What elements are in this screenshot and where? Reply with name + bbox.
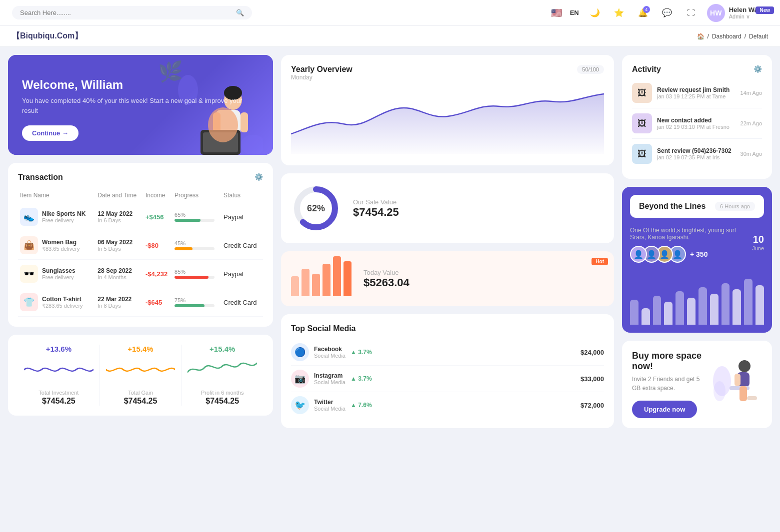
item-status: Paypal <box>222 260 263 288</box>
activity-time: 22m Ago <box>740 120 762 126</box>
progress-label: 65% <box>174 212 220 218</box>
today-bar <box>333 256 341 296</box>
expand-icon[interactable]: ⛶ <box>683 5 699 21</box>
transaction-title: Transaction <box>18 173 63 182</box>
beyond-desc: One Of the world,s brightest, young surf… <box>630 227 752 241</box>
item-name: Cotton T-shirt <box>42 296 83 303</box>
col-income: Income <box>144 188 172 203</box>
social-value: $72,000 <box>580 402 604 409</box>
plus-members: + 350 <box>690 250 708 258</box>
transaction-settings-icon[interactable]: ⚙️ <box>254 173 263 181</box>
favorite-icon[interactable]: ⭐ <box>611 5 627 21</box>
beyond-bar <box>630 300 638 325</box>
beyond-bar <box>756 285 764 325</box>
dark-mode-toggle[interactable]: 🌙 <box>587 5 603 21</box>
item-date: 06 May 2022 <box>98 239 142 246</box>
item-income: -$80 <box>144 231 172 260</box>
item-icon: 👕 <box>20 293 38 311</box>
svg-rect-15 <box>734 374 740 386</box>
progress-fill <box>174 276 208 279</box>
today-label: Today Value <box>364 269 604 276</box>
item-name: Sunglasses <box>42 267 76 274</box>
continue-button[interactable]: Continue → <box>22 125 78 141</box>
svg-point-20 <box>714 381 726 401</box>
search-input[interactable] <box>20 9 232 16</box>
col-item-name: Item Name <box>18 188 96 203</box>
progress-label: 75% <box>174 297 220 303</box>
social-item: 📷 Instagram Social Media ▲ 3.7% $33,000 <box>291 366 604 392</box>
item-income: +$456 <box>144 203 172 231</box>
social-icon: 🔵 <box>291 343 309 361</box>
activity-item: 🖼 New contact added jan 02 19 03:10 PM a… <box>632 108 762 139</box>
buy-space-desc: Invite 2 Friends and get 5 GB extra spac… <box>632 375 704 393</box>
beyond-date: 10 June <box>752 234 764 251</box>
col-date: Date and Time <box>96 188 144 203</box>
activity-text: New contact added jan 02 19 03:10 PM at … <box>657 117 736 130</box>
item-date: 28 Sep 2022 <box>98 267 142 274</box>
welcome-card: Welcome, William You have completed 40% … <box>8 55 273 155</box>
activity-avatar: 🖼 <box>632 113 652 133</box>
beyond-bar <box>744 279 752 325</box>
stat-item-0: +13.6% Total Investment $7454.25 <box>18 345 100 406</box>
activity-title: Activity <box>632 65 661 74</box>
activity-settings-icon[interactable]: ⚙️ <box>754 65 762 73</box>
middle-column: Yearly Overview Monday 50/100 <box>281 55 614 428</box>
home-icon[interactable]: 🏠 <box>697 33 704 40</box>
activity-list: 🖼 Review request jim Smith jan 03 19 12:… <box>632 78 762 169</box>
social-value: $33,000 <box>580 375 604 383</box>
progress-bar <box>174 247 214 250</box>
activity-avatar: 🖼 <box>632 83 652 103</box>
progress-bar <box>174 304 214 307</box>
progress-label: 45% <box>174 240 220 246</box>
yearly-progress: 50/100 <box>577 65 604 74</box>
item-status: Credit Card <box>222 231 263 260</box>
item-income: -$645 <box>144 288 172 317</box>
progress-fill <box>174 304 204 307</box>
lang-label[interactable]: EN <box>570 9 579 16</box>
activity-card: Activity ⚙️ 🖼 Review request jim Smith j… <box>622 55 772 179</box>
beyond-bar <box>687 298 696 325</box>
breadcrumb-bar: 【Biqubiqu.Com】 🏠 / Dashboard / Default <box>0 26 780 47</box>
activity-date: jan 03 19 12:25 PM at Tame <box>657 93 736 99</box>
notification-icon[interactable]: 🔔4 <box>635 5 651 21</box>
item-name: Women Bag <box>42 239 80 246</box>
stat-label: Total Gain <box>106 390 176 396</box>
today-value: $5263.04 <box>364 276 604 289</box>
left-column: Welcome, William You have completed 40% … <box>8 55 273 428</box>
activity-item: 🖼 Sent review (504)236-7302 jan 02 19 07… <box>632 139 762 169</box>
today-badge: Hot <box>592 258 608 265</box>
social-list: 🔵 Facebook Social Media ▲ 3.7% $24,000 📷… <box>291 339 604 418</box>
today-bar <box>344 261 352 296</box>
activity-avatar: 🖼 <box>632 144 652 164</box>
social-type: Social Media <box>314 406 346 412</box>
table-row: 👜 Women Bag ₹83.65 delivery 06 May 2022 … <box>18 231 263 260</box>
stat-item-1: +15.4% Total Gain $7454.25 <box>100 345 182 406</box>
item-sub: Free delivery <box>42 217 86 223</box>
item-icon: 👟 <box>20 208 38 226</box>
item-sub: ₹83.65 delivery <box>42 246 80 252</box>
beyond-bar <box>664 302 672 325</box>
stat-value: $7454.25 <box>106 397 176 406</box>
welcome-title: Welcome, William <box>22 78 259 92</box>
social-icon: 📷 <box>291 370 309 388</box>
today-bar <box>312 274 320 296</box>
message-icon[interactable]: 💬 <box>659 5 675 21</box>
breadcrumb-default[interactable]: Default <box>749 33 768 40</box>
stat-wave-chart <box>24 357 94 382</box>
site-title: 【Biqubiqu.Com】 <box>12 31 82 41</box>
today-bar <box>291 276 299 296</box>
sale-info: Our Sale Value $7454.25 <box>353 198 604 219</box>
stat-pct: +13.6% <box>24 345 94 353</box>
item-income: -$4,232 <box>144 260 172 288</box>
stat-wave-chart <box>188 357 257 382</box>
search-bar[interactable]: 🔍 <box>12 6 252 19</box>
table-row: 👕 Cotton T-shirt ₹283.65 delivery 22 Mar… <box>18 288 263 317</box>
social-name: Facebook <box>314 346 346 353</box>
upgrade-button[interactable]: Upgrade now <box>632 401 697 418</box>
yearly-chart <box>291 89 604 154</box>
search-icon: 🔍 <box>236 9 244 16</box>
welcome-subtitle: You have completed 40% of your this week… <box>22 96 259 115</box>
yearly-title: Yearly Overview <box>291 65 352 74</box>
breadcrumb-dashboard[interactable]: Dashboard <box>712 33 742 40</box>
buy-space-content: Buy more space now! Invite 2 Friends and… <box>632 351 704 418</box>
